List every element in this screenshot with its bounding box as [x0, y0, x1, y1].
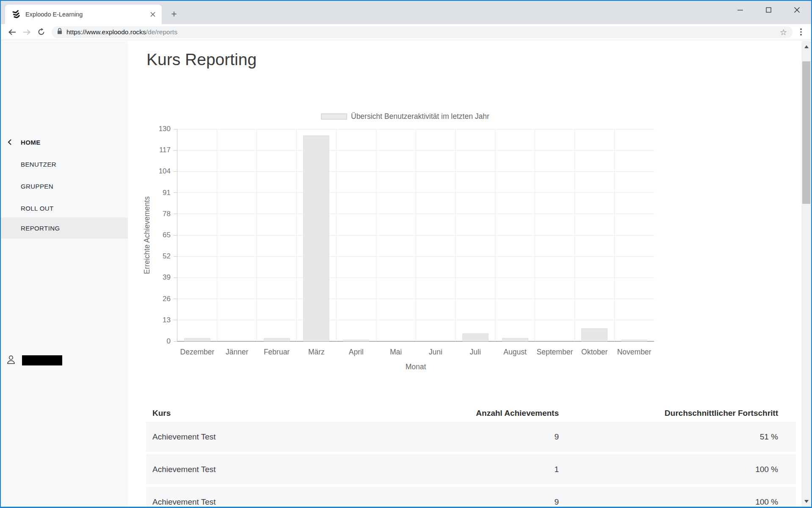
y-tick-mark	[174, 150, 177, 151]
x-tick-label: Februar	[257, 348, 297, 357]
url-bar[interactable]: https://www.exploodo.rocks/de/reports ☆	[52, 26, 793, 38]
y-tick-mark	[174, 129, 177, 129]
column-header-fortschritt: Durchschnittlicher Fortschritt	[665, 409, 778, 418]
y-tick-mark	[174, 256, 177, 257]
main-content: Kurs Reporting Übersicht Benutzeraktivit…	[128, 41, 801, 507]
y-tick-label: 104	[151, 167, 171, 176]
minimize-button[interactable]	[726, 1, 754, 19]
new-tab-button[interactable]: +	[168, 8, 180, 20]
tab-strip: Exploodo E-Learning +	[1, 1, 811, 24]
bar-november	[621, 340, 647, 341]
y-tick-label: 39	[151, 273, 171, 282]
sidebar-item-reporting[interactable]: REPORTING	[1, 217, 128, 239]
tab-title: Exploodo E-Learning	[25, 11, 149, 18]
y-tick-label: 78	[151, 210, 171, 218]
y-tick-mark	[174, 299, 177, 299]
y-tick-label: 65	[151, 231, 171, 239]
column-header-kurs: Kurs	[152, 409, 171, 418]
chart-legend[interactable]: Übersicht Benutzeraktivität im letzten J…	[321, 112, 489, 121]
maximize-button[interactable]	[754, 1, 783, 19]
user-name-redacted	[22, 355, 62, 365]
vertical-scrollbar[interactable]	[801, 41, 811, 507]
window-controls	[726, 1, 811, 19]
table-row[interactable]: Achievement Test 1 100 %	[146, 454, 796, 484]
column-header-anzahl: Anzahl Achievements	[476, 409, 559, 418]
https-lock-icon[interactable]	[57, 28, 62, 36]
x-gridline	[455, 129, 456, 341]
bar-februar	[264, 338, 290, 341]
browser-menu-icon[interactable]	[797, 28, 805, 36]
chart-plot: Monat 013263952657891104117130DezemberJä…	[177, 129, 654, 341]
y-tick-label: 0	[151, 337, 171, 346]
browser-tab[interactable]: Exploodo E-Learning	[5, 5, 162, 24]
scrollbar-up-icon[interactable]	[801, 41, 811, 52]
y-axis-title-wrap: Erreichte Achievements	[142, 129, 152, 341]
y-tick-label: 26	[151, 295, 171, 303]
x-tick-label: März	[297, 348, 337, 357]
back-icon[interactable]	[5, 26, 19, 38]
tab-close-icon[interactable]	[149, 11, 157, 18]
y-tick-label: 91	[151, 189, 171, 197]
x-tick-label: August	[495, 348, 535, 357]
legend-swatch	[321, 113, 347, 120]
x-tick-label: Oktober	[574, 348, 614, 357]
site-favicon-icon	[11, 9, 21, 20]
sidebar-item-benutzer[interactable]: BENUTZER	[1, 154, 128, 175]
y-tick-mark	[174, 214, 177, 214]
close-button[interactable]	[783, 1, 811, 19]
bookmark-star-icon[interactable]: ☆	[780, 27, 787, 37]
forward-icon[interactable]	[19, 26, 34, 38]
course-report-table: Kurs Anzahl Achievements Durchschnittlic…	[146, 406, 796, 507]
browser-window: Exploodo E-Learning +	[0, 0, 812, 508]
bar-dezember	[184, 338, 210, 341]
x-tick-label: Dezember	[177, 348, 217, 357]
page-title: Kurs Reporting	[146, 50, 257, 69]
y-tick-label: 13	[151, 316, 171, 324]
y-tick-mark	[174, 320, 177, 320]
reload-icon[interactable]	[34, 26, 48, 38]
sidebar-item-home[interactable]: HOME	[1, 132, 128, 153]
x-tick-label: Juni	[416, 348, 456, 357]
url-text[interactable]: https://www.exploodo.rocks/de/reports	[66, 28, 177, 36]
table-row[interactable]: Achievement Test 9 51 %	[146, 422, 796, 452]
x-tick-label: November	[614, 348, 654, 357]
x-axis-title: Monat	[177, 362, 654, 371]
y-tick-mark	[174, 235, 177, 236]
page-body: HOME BENUTZER GRUPPEN ROLL OUT REPORTING	[1, 41, 811, 507]
bar-juli	[462, 333, 489, 341]
x-gridline	[574, 129, 575, 341]
y-tick-mark	[174, 171, 177, 172]
table-header-row: Kurs Anzahl Achievements Durchschnittlic…	[146, 406, 796, 422]
x-gridline	[336, 129, 337, 341]
user-icon	[6, 354, 16, 366]
sidebar-item-rollout[interactable]: ROLL OUT	[1, 198, 128, 219]
bar-märz	[303, 135, 329, 341]
x-gridline	[416, 129, 416, 341]
x-tick-label: Juli	[456, 348, 495, 357]
x-gridline	[376, 129, 376, 341]
x-tick-label: Mai	[376, 348, 416, 357]
y-tick-mark	[174, 277, 177, 278]
y-tick-label: 52	[151, 252, 171, 261]
x-gridline	[257, 129, 257, 341]
sidebar: HOME BENUTZER GRUPPEN ROLL OUT REPORTING	[1, 41, 128, 507]
bar-oktober	[581, 328, 608, 341]
x-gridline	[296, 129, 297, 341]
scrollbar-down-icon[interactable]	[801, 496, 811, 507]
chevron-left-icon	[7, 139, 12, 147]
x-gridline	[217, 129, 217, 341]
table-row[interactable]: Achievement Test 9 100 %	[146, 487, 796, 507]
x-tick-label: Jänner	[217, 348, 257, 357]
x-gridline	[495, 129, 495, 341]
scrollbar-thumb[interactable]	[802, 61, 810, 204]
y-tick-label: 117	[151, 146, 171, 154]
y-tick-mark	[174, 192, 177, 193]
x-tick-label: April	[336, 348, 376, 357]
legend-label: Übersicht Benutzeraktivität im letzten J…	[351, 112, 489, 121]
user-account-row[interactable]	[6, 354, 62, 366]
y-tick-mark	[174, 341, 177, 342]
y-axis-title: Erreichte Achievements	[143, 196, 152, 274]
sidebar-item-gruppen[interactable]: GRUPPEN	[1, 176, 128, 197]
bar-august	[502, 338, 528, 341]
x-gridline	[535, 129, 535, 341]
